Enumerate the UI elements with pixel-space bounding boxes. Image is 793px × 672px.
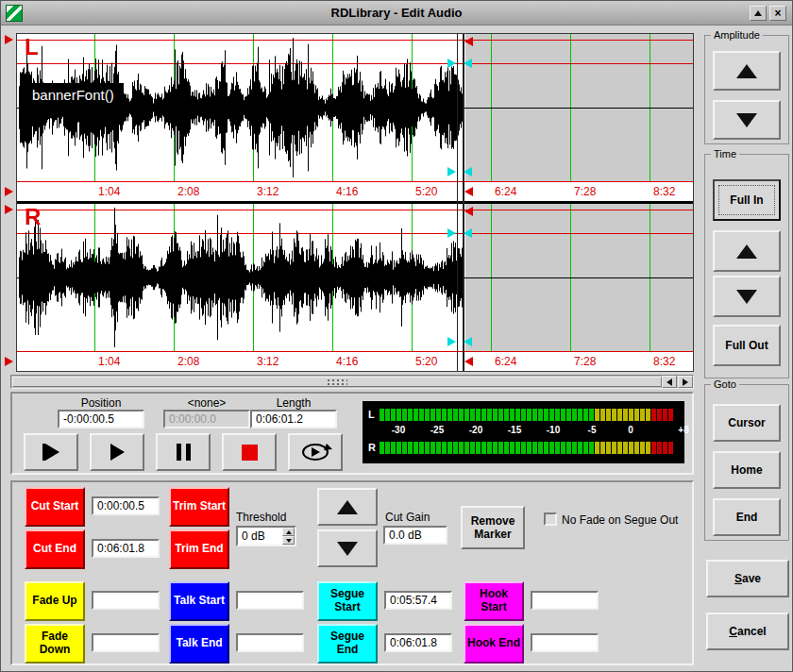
meter-segment <box>544 409 548 421</box>
amplitude-up-icon <box>736 64 757 78</box>
meter-segment <box>663 442 667 454</box>
hook-end-field[interactable] <box>531 633 599 652</box>
time-up-button[interactable] <box>713 230 781 272</box>
full-out-button[interactable]: Full Out <box>713 325 781 366</box>
time-label: 5:20 <box>415 355 437 368</box>
segue-start-button[interactable]: Segue Start <box>317 581 378 621</box>
hook-start-field[interactable] <box>531 591 599 610</box>
meter-scale-label: 0 <box>628 425 633 435</box>
full-in-button[interactable]: Full In <box>713 179 781 221</box>
amplitude-up-button[interactable] <box>713 51 781 91</box>
no-fade-checkbox[interactable] <box>544 512 557 526</box>
meter-segment <box>532 409 537 421</box>
segue-end-marker[interactable] <box>464 337 472 346</box>
time-label: 7:28 <box>574 355 596 368</box>
amplitude-down-button[interactable] <box>713 100 781 140</box>
cut-start-marker[interactable] <box>5 205 13 214</box>
cut-end-marker[interactable] <box>464 357 473 366</box>
time-down-button[interactable] <box>713 276 781 317</box>
save-button[interactable]: Save <box>706 560 789 597</box>
segue-start-marker[interactable] <box>447 228 456 238</box>
cancel-button[interactable]: Cancel <box>706 613 789 650</box>
goto-home-button[interactable]: Home <box>713 451 781 489</box>
cut-start-marker[interactable] <box>5 187 13 196</box>
threshold-spin-down[interactable] <box>282 536 295 545</box>
talk-start-button[interactable]: Talk Start <box>169 581 229 621</box>
meter-segment <box>583 409 588 421</box>
close-button[interactable]: × <box>769 6 786 21</box>
fade-down-button[interactable]: Fade Down <box>25 624 85 664</box>
waveform-left-canvas[interactable] <box>17 34 693 181</box>
meter-segment <box>402 409 407 421</box>
cut-end-marker[interactable] <box>464 37 473 46</box>
meter-segment <box>657 442 662 454</box>
position-field[interactable] <box>58 410 144 428</box>
hook-start-button[interactable]: Hook Start <box>464 581 524 621</box>
talk-end-button[interactable]: Talk End <box>169 624 229 664</box>
cut-start-marker[interactable] <box>5 35 13 44</box>
meter-segment <box>408 409 413 421</box>
cut-description-banner: bannerFont() <box>23 83 124 107</box>
fade-up-field[interactable] <box>92 591 160 610</box>
remove-marker-button[interactable]: Remove Marker <box>461 506 525 549</box>
talk-start-field[interactable] <box>236 591 304 610</box>
gain-down-button[interactable] <box>317 529 378 567</box>
segue-end-button[interactable]: Segue End <box>317 624 378 664</box>
gain-up-button[interactable] <box>317 488 378 526</box>
meter-segment <box>464 442 469 454</box>
goto-end-button[interactable]: End <box>713 498 781 536</box>
segue-start-marker[interactable] <box>447 337 456 346</box>
waveform-right-canvas[interactable] <box>17 204 693 351</box>
threshold-spin-up[interactable] <box>282 528 295 536</box>
talk-end-field[interactable] <box>236 633 304 652</box>
shade-button[interactable] <box>750 6 767 21</box>
meter-segment <box>425 409 430 421</box>
cut-end-marker[interactable] <box>464 207 473 216</box>
segue-start-line[interactable] <box>457 34 458 371</box>
segue-end-field[interactable] <box>384 633 452 652</box>
trim-end-button[interactable]: Trim End <box>169 529 229 569</box>
segue-start-marker[interactable] <box>447 59 456 68</box>
segue-end-marker[interactable] <box>464 167 472 176</box>
save-label: S <box>734 572 742 585</box>
meter-segment <box>527 409 531 421</box>
pause-icon <box>177 444 191 461</box>
play-button[interactable] <box>90 433 144 471</box>
meter-segment <box>504 409 509 421</box>
cut-end-line[interactable] <box>463 34 464 371</box>
meter-segment <box>600 409 605 421</box>
goto-cursor-button[interactable]: Cursor <box>713 404 781 442</box>
segue-end-marker[interactable] <box>464 228 472 238</box>
scroll-left-button[interactable] <box>662 376 677 388</box>
segue-end-marker[interactable] <box>464 59 472 68</box>
meter-segment <box>555 442 560 454</box>
pause-button[interactable] <box>156 433 211 471</box>
play-from-start-button[interactable] <box>24 433 78 471</box>
fade-down-field[interactable] <box>92 633 160 652</box>
meter-segment <box>572 442 577 454</box>
hook-end-button[interactable]: Hook End <box>464 624 524 664</box>
waveform-scrollbar[interactable] <box>10 375 694 389</box>
spin-down-icon <box>286 539 292 543</box>
cut-end-field[interactable] <box>92 539 160 558</box>
cut-start-field[interactable] <box>92 496 160 515</box>
audio-meter: L -30-25-20-15-10-50+8 R <box>363 401 684 463</box>
segue-start-field[interactable] <box>384 591 452 610</box>
meter-segment <box>442 442 447 454</box>
segue-start-marker[interactable] <box>447 167 456 176</box>
stop-button[interactable] <box>222 433 277 471</box>
meter-segment <box>521 442 526 454</box>
scroll-right-button[interactable] <box>678 376 693 388</box>
scrollbar-thumb[interactable] <box>12 377 662 387</box>
length-field[interactable] <box>250 410 337 428</box>
cut-end-marker[interactable] <box>464 187 473 196</box>
loop-button[interactable] <box>288 433 343 471</box>
cut-start-marker[interactable] <box>5 357 13 366</box>
time-down-icon <box>736 290 757 304</box>
cut-start-button[interactable]: Cut Start <box>25 487 85 527</box>
cut-gain-field[interactable] <box>383 526 447 545</box>
fade-up-button[interactable]: Fade Up <box>25 581 85 621</box>
trim-start-button[interactable]: Trim Start <box>169 487 229 527</box>
titlebar[interactable]: RDLibrary - Edit Audio × <box>1 1 792 25</box>
cut-end-button[interactable]: Cut End <box>25 529 85 569</box>
